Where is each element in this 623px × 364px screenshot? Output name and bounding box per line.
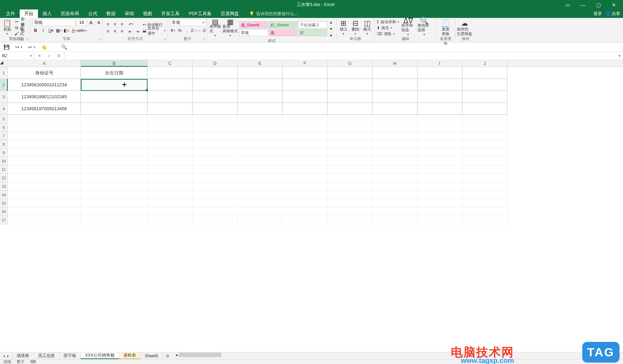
dialog-launcher-icon[interactable]: ↘ — [98, 37, 101, 41]
column-header[interactable]: I — [417, 60, 462, 67]
borders-button[interactable]: ▦▾ — [56, 27, 62, 34]
cell[interactable] — [417, 199, 462, 207]
cell[interactable] — [417, 132, 462, 140]
ribbon-tab[interactable]: 开发工具 — [157, 9, 184, 18]
cell[interactable]: 出生日期 — [81, 67, 148, 79]
share-button[interactable]: 👤 共享 — [605, 11, 620, 17]
dialog-launcher-icon[interactable]: ↘ — [163, 37, 166, 41]
cell[interactable] — [327, 165, 372, 174]
tab-nav[interactable]: ◂ ▸ — [0, 352, 12, 359]
cell[interactable] — [148, 103, 193, 115]
tab-prev-icon[interactable]: ◂ — [3, 353, 5, 358]
clear-button[interactable]: ⌫清除▾ — [377, 31, 399, 37]
cell[interactable] — [193, 91, 238, 103]
cell[interactable] — [462, 182, 507, 191]
cell[interactable] — [372, 216, 417, 224]
cell[interactable] — [327, 216, 372, 224]
fill-button[interactable]: ⬇填充▾ — [377, 25, 399, 31]
cell[interactable] — [283, 199, 327, 207]
cell[interactable] — [193, 182, 238, 191]
cell[interactable] — [148, 91, 193, 103]
cell[interactable] — [462, 103, 507, 115]
bold-button[interactable]: B — [32, 27, 39, 34]
cell-style-swatch[interactable]: 好_Sheet4 — [269, 21, 298, 28]
cell[interactable] — [148, 199, 193, 207]
cell[interactable] — [148, 79, 193, 91]
cell[interactable] — [417, 191, 462, 199]
cell[interactable] — [193, 207, 238, 216]
cell[interactable] — [238, 216, 283, 224]
cell[interactable] — [81, 191, 148, 199]
cell[interactable] — [81, 182, 148, 191]
ribbon-tab[interactable]: 公式 — [84, 9, 102, 18]
cell[interactable] — [193, 123, 238, 132]
cell[interactable] — [372, 91, 417, 103]
sheet-tab[interactable]: 田字格 — [59, 352, 81, 359]
cell[interactable] — [81, 199, 148, 207]
cell[interactable] — [8, 199, 81, 207]
cell[interactable] — [193, 174, 238, 182]
cell[interactable] — [283, 207, 327, 216]
cell[interactable] — [372, 132, 417, 140]
scroll-left-icon[interactable]: ◂ — [175, 352, 177, 357]
format-painter-button[interactable]: 🖌格式刷 — [14, 31, 28, 37]
cell[interactable] — [193, 165, 238, 174]
sheet-tab[interactable]: 员工信息 — [34, 352, 59, 359]
cell[interactable] — [8, 148, 81, 157]
ribbon-display-options-icon[interactable]: ▭ — [560, 0, 575, 9]
cell[interactable] — [238, 132, 283, 140]
cell[interactable] — [372, 174, 417, 182]
login-button[interactable]: 登录 — [593, 11, 602, 17]
cell[interactable] — [238, 67, 283, 79]
invoice-verify-button[interactable]: 🧾发票 查验 — [439, 19, 453, 36]
cell[interactable] — [462, 216, 507, 224]
cell[interactable] — [148, 132, 193, 140]
cell[interactable] — [372, 67, 417, 79]
row-header[interactable]: 17 — [0, 216, 8, 224]
cell[interactable] — [462, 174, 507, 182]
cell[interactable] — [238, 79, 283, 91]
cell[interactable] — [238, 199, 283, 207]
cell[interactable] — [148, 165, 193, 174]
scroll-right-icon[interactable]: ▸ — [618, 352, 620, 357]
cell[interactable] — [462, 123, 507, 132]
cell[interactable] — [8, 132, 81, 140]
align-top-button[interactable]: ≡ — [105, 21, 111, 27]
cell[interactable] — [283, 157, 327, 165]
percent-button[interactable]: % — [177, 27, 183, 34]
touch-mode-button[interactable]: 👆 — [41, 44, 47, 50]
cell[interactable] — [417, 157, 462, 165]
column-header[interactable]: J — [462, 60, 507, 67]
cell[interactable] — [238, 207, 283, 216]
cell[interactable] — [8, 182, 81, 191]
sheet-tab[interactable]: Sheet5 — [141, 352, 163, 359]
cell[interactable] — [372, 123, 417, 132]
cell[interactable] — [193, 148, 238, 157]
cell[interactable] — [462, 132, 507, 140]
cell[interactable] — [8, 115, 81, 123]
font-name-select[interactable] — [32, 19, 75, 26]
cell[interactable] — [193, 67, 238, 79]
cell[interactable] — [81, 91, 148, 103]
styles-more[interactable]: ▾ — [328, 32, 334, 39]
cell[interactable] — [327, 91, 372, 103]
cell[interactable] — [462, 191, 507, 199]
scroll-thumb[interactable] — [179, 353, 221, 357]
cell[interactable]: 身份证号 — [8, 67, 81, 79]
cell[interactable] — [238, 123, 283, 132]
cell[interactable] — [372, 140, 417, 148]
undo-button[interactable]: ↩▾ — [28, 44, 35, 50]
cell[interactable] — [148, 115, 193, 123]
cell[interactable] — [148, 182, 193, 191]
cell[interactable] — [81, 140, 148, 148]
cells-grid[interactable]: 1身份证号出生日期2123456200501011234312345619901… — [0, 67, 623, 353]
redo-button[interactable]: ↪▾ — [15, 44, 22, 50]
row-header[interactable]: 14 — [0, 191, 8, 199]
cell[interactable] — [81, 115, 148, 123]
comma-style-button[interactable]: , — [184, 27, 189, 34]
cell[interactable] — [372, 191, 417, 199]
cell[interactable] — [327, 67, 372, 79]
cell[interactable] — [81, 207, 148, 216]
cell[interactable] — [283, 67, 327, 79]
column-header[interactable]: F — [283, 60, 327, 67]
